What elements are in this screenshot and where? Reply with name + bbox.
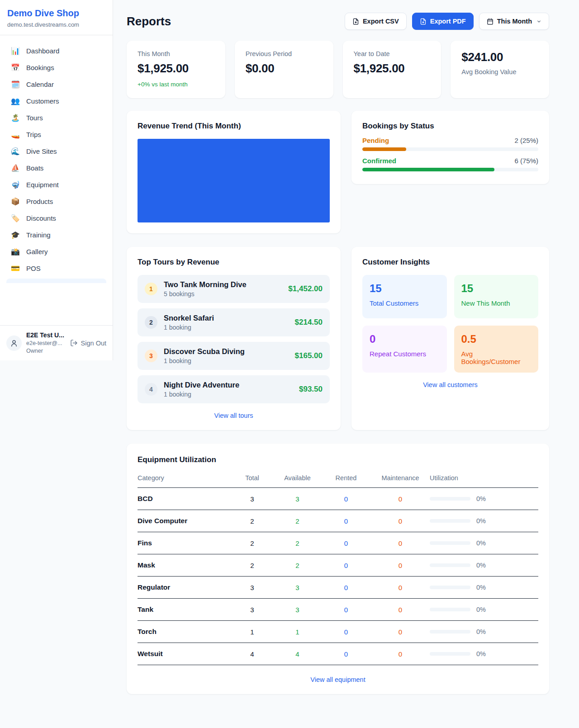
pos-credit-card-icon: 💳 bbox=[11, 265, 20, 272]
sidebar-item-training[interactable]: 🎓 Training bbox=[5, 227, 108, 243]
equipment-category: Torch bbox=[138, 621, 231, 643]
shop-name: Demo Dive Shop bbox=[7, 8, 105, 19]
tour-bookings-count: 5 bookings bbox=[164, 290, 247, 298]
utilization-bar-track bbox=[430, 652, 470, 656]
tour-row: 3 Discover Scuba Diving 1 booking $165.0… bbox=[138, 342, 330, 370]
sidebar-item-label: Products bbox=[26, 198, 53, 205]
tour-bookings-count: 1 booking bbox=[164, 391, 239, 398]
equipment-rented: 0 bbox=[321, 599, 371, 621]
sidebar-item-products[interactable]: 📦 Products bbox=[5, 193, 108, 210]
sidebar-item-dive-sites[interactable]: 🌊 Dive Sites bbox=[5, 143, 108, 160]
equipment-maintenance: 0 bbox=[371, 554, 430, 577]
sidebar-item-calendar[interactable]: 🗓️ Calendar bbox=[5, 76, 108, 93]
sidebar-item-tours[interactable]: 🏝️ Tours bbox=[5, 109, 108, 126]
column-header-category: Category bbox=[138, 471, 231, 488]
sidebar-user-footer: E2E Test U... e2e-tester@... Owner Sign … bbox=[0, 325, 113, 360]
stat-label: This Month bbox=[138, 50, 214, 57]
status-progress-fill bbox=[362, 147, 406, 151]
stat-label: Avg Booking Value bbox=[461, 68, 538, 76]
export-pdf-button[interactable]: Export PDF bbox=[412, 13, 474, 30]
stat-card-year-to-date: Year to Date $1,925.00 bbox=[343, 41, 441, 98]
equipment-category: Dive Computer bbox=[138, 510, 231, 532]
utilization-bar-track bbox=[430, 586, 470, 589]
equipment-available: 2 bbox=[274, 532, 321, 554]
trips-speedboat-icon: 🚤 bbox=[11, 131, 20, 138]
equipment-total: 3 bbox=[231, 599, 274, 621]
equipment-rented: 0 bbox=[321, 532, 371, 554]
stat-value: $241.00 bbox=[461, 50, 538, 64]
equipment-maintenance: 0 bbox=[371, 643, 430, 665]
file-download-icon bbox=[420, 18, 427, 25]
utilization-percent: 0% bbox=[476, 539, 486, 547]
utilization-percent: 0% bbox=[476, 606, 486, 613]
sidebar-item-discounts[interactable]: 🏷️ Discounts bbox=[5, 210, 108, 227]
user-icon bbox=[10, 339, 18, 347]
export-csv-label: Export CSV bbox=[363, 18, 399, 25]
equipment-maintenance: 0 bbox=[371, 599, 430, 621]
stat-card-avg-booking-value: $241.00 Avg Booking Value bbox=[451, 41, 549, 98]
insight-value: 15 bbox=[370, 282, 440, 295]
sidebar-item-gallery[interactable]: 📸 Gallery bbox=[5, 243, 108, 260]
sign-out-button[interactable]: Sign Out bbox=[70, 339, 106, 347]
sidebar-item-label: Boats bbox=[26, 164, 43, 172]
products-box-icon: 📦 bbox=[11, 198, 20, 205]
equipment-maintenance: 0 bbox=[371, 621, 430, 643]
sidebar-item-pos[interactable]: 💳 POS bbox=[5, 260, 108, 277]
insight-tile: 15 New This Month bbox=[454, 275, 539, 318]
tour-name: Night Dive Adventure bbox=[164, 381, 239, 389]
page-title: Reports bbox=[127, 14, 171, 28]
sidebar-item-trips[interactable]: 🚤 Trips bbox=[5, 126, 108, 143]
table-row: Wetsuit 4 4 0 0 0% bbox=[138, 643, 538, 665]
sidebar-item-label: Equipment bbox=[26, 181, 59, 189]
insights-grid: 15 Total Customers 15 New This Month 0 R… bbox=[362, 275, 538, 373]
logout-icon bbox=[70, 339, 78, 347]
sidebar-item-label: Dive Sites bbox=[26, 147, 57, 155]
gallery-camera-icon: 📸 bbox=[11, 248, 20, 255]
user-name: E2E Test U... bbox=[26, 331, 64, 340]
sidebar-item-reports-active-clipped[interactable] bbox=[6, 279, 106, 283]
equipment-rented: 0 bbox=[321, 510, 371, 532]
utilization-percent: 0% bbox=[476, 628, 486, 635]
equipment-total: 2 bbox=[231, 510, 274, 532]
equipment-available: 1 bbox=[274, 621, 321, 643]
tour-name: Discover Scuba Diving bbox=[164, 347, 245, 356]
stat-card-previous-period: Previous Period $0.00 bbox=[235, 41, 333, 98]
sidebar-item-label: Gallery bbox=[26, 248, 48, 255]
column-header-maintenance: Maintenance bbox=[371, 471, 430, 488]
status-row: Pending 2 (25%) bbox=[362, 137, 538, 151]
sidebar-header: Demo Dive Shop demo.test.divestreams.com bbox=[0, 0, 113, 35]
equipment-category: Mask bbox=[138, 554, 231, 577]
status-progress-fill bbox=[362, 168, 494, 171]
sidebar-item-label: Tours bbox=[26, 114, 43, 122]
boats-sailboat-icon: ⛵ bbox=[11, 165, 20, 172]
rank-badge: 2 bbox=[145, 316, 157, 329]
period-dropdown[interactable]: This Month bbox=[479, 13, 549, 30]
equipment-available: 4 bbox=[274, 643, 321, 665]
stat-change-note: +0% vs last month bbox=[138, 81, 214, 88]
file-download-icon bbox=[352, 18, 359, 25]
export-csv-button[interactable]: Export CSV bbox=[345, 13, 407, 30]
table-row: BCD 3 3 0 0 0% bbox=[138, 488, 538, 510]
table-row: Dive Computer 2 2 0 0 0% bbox=[138, 510, 538, 532]
view-all-customers-link[interactable]: View all customers bbox=[362, 381, 538, 388]
card-title: Revenue Trend (This Month) bbox=[138, 122, 330, 131]
equipment-total: 2 bbox=[231, 532, 274, 554]
equipment-total: 1 bbox=[231, 621, 274, 643]
status-label: Pending bbox=[362, 137, 389, 144]
insight-value: 0 bbox=[370, 333, 440, 345]
sidebar-item-dashboard[interactable]: 📊 Dashboard bbox=[5, 43, 108, 59]
sidebar-item-bookings[interactable]: 📅 Bookings bbox=[5, 59, 108, 76]
view-all-equipment-link[interactable]: View all equipment bbox=[138, 676, 538, 683]
sidebar-item-equipment[interactable]: 🤿 Equipment bbox=[5, 176, 108, 193]
sidebar-item-customers[interactable]: 👥 Customers bbox=[5, 93, 108, 109]
stat-label: Year to Date bbox=[354, 50, 431, 57]
equipment-available: 2 bbox=[274, 510, 321, 532]
utilization-bar-track bbox=[430, 630, 470, 633]
sidebar-item-label: Customers bbox=[26, 97, 59, 105]
tour-revenue: $165.00 bbox=[295, 351, 323, 360]
sidebar-nav: 📊 Dashboard 📅 Bookings 🗓️ Calendar 👥 Cus… bbox=[0, 35, 113, 325]
utilization-bar-track bbox=[430, 497, 470, 501]
view-all-tours-link[interactable]: View all tours bbox=[138, 412, 330, 419]
insight-tile: 0 Repeat Customers bbox=[362, 326, 447, 373]
sidebar-item-boats[interactable]: ⛵ Boats bbox=[5, 160, 108, 176]
